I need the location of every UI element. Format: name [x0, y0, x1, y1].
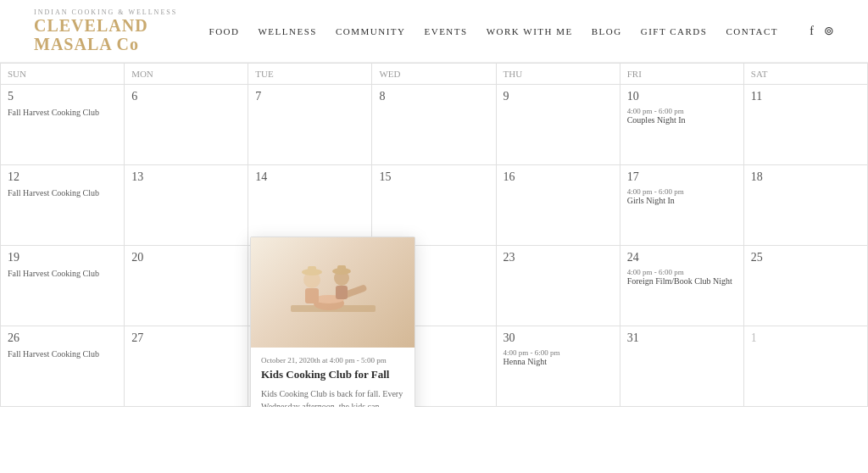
day-number: 8: [379, 90, 488, 103]
calendar-wrapper: SUNMONTUEWEDTHUFRISAT 5Fall Harvest Cook…: [0, 63, 868, 407]
event-time: 4:00 pm - 6:00 pm: [627, 187, 737, 196]
day-number: 13: [131, 170, 241, 184]
event-time: 4:00 pm - 6:00 pm: [627, 268, 737, 276]
dow-header-mon: MON: [125, 64, 248, 85]
calendar-day[interactable]: 25: [743, 246, 867, 326]
day-number: 1: [751, 331, 860, 345]
popup-image: [251, 237, 415, 348]
day-number: 7: [255, 90, 364, 103]
dow-header-sat: SAT: [743, 64, 867, 85]
calendar-day[interactable]: 20: [125, 246, 248, 326]
event-block[interactable]: Fall Harvest Cooking Club: [8, 187, 117, 198]
calendar-day[interactable]: 6: [125, 85, 248, 165]
popup-date: October 21, 2020th at 4:00 pm - 5:00 pm: [261, 356, 404, 364]
calendar-day[interactable]: 11: [743, 85, 867, 165]
popup-title[interactable]: Kids Cooking Club for Fall: [261, 368, 404, 382]
event-name: Girls Night In: [627, 196, 737, 205]
event-block[interactable]: 4:00 pm - 6:00 pmGirls Night In: [627, 187, 737, 205]
calendar-table: SUNMONTUEWEDTHUFRISAT 5Fall Harvest Cook…: [0, 63, 868, 407]
calendar-day[interactable]: 19Fall Harvest Cooking Club: [1, 246, 125, 326]
calendar-day[interactable]: 13: [125, 165, 248, 246]
event-time: 4:00 pm - 6:00 pm: [627, 107, 737, 115]
day-number: 6: [131, 90, 241, 103]
event-block[interactable]: Fall Harvest Cooking Club: [8, 268, 117, 279]
day-number: 17: [627, 170, 737, 184]
svg-rect-7: [336, 286, 348, 299]
nav-link-blog[interactable]: BLOG: [592, 26, 622, 36]
day-number: 24: [627, 251, 737, 264]
calendar-day[interactable]: 18: [743, 165, 867, 246]
popup-image-svg: [282, 254, 384, 331]
event-label: Fall Harvest Cooking Club: [8, 187, 117, 198]
day-number: 31: [627, 331, 737, 345]
day-number: 12: [8, 170, 117, 184]
event-block[interactable]: 4:00 pm - 6:00 pmForeign Film/Book Club …: [627, 268, 737, 286]
calendar-day[interactable]: 16: [496, 165, 620, 246]
calendar-day[interactable]: 9: [496, 85, 620, 165]
event-label: Fall Harvest Cooking Club: [8, 268, 117, 279]
event-block[interactable]: 4:00 pm - 6:00 pmHenna Night: [504, 348, 613, 366]
dow-header-fri: FRI: [620, 64, 743, 85]
day-number: 11: [751, 90, 860, 103]
day-number: 5: [8, 90, 117, 103]
calendar-day[interactable]: 8: [372, 85, 496, 165]
svg-rect-9: [308, 266, 316, 273]
logo[interactable]: Indian Cooking & Wellness CLEVELAND MASA…: [34, 8, 177, 53]
event-label: Fall Harvest Cooking Club: [8, 107, 117, 118]
calendar-day[interactable]: 27: [125, 326, 248, 407]
popup-description: Kids Cooking Club is back for fall. Ever…: [261, 387, 404, 407]
day-number: 23: [504, 251, 613, 264]
calendar-week-1: 12Fall Harvest Cooking Club13141516174:0…: [1, 165, 868, 246]
day-number: 26: [8, 331, 117, 345]
day-number: 20: [131, 251, 241, 264]
calendar-day[interactable]: 104:00 pm - 6:00 pmCouples Night In: [620, 85, 743, 165]
event-block[interactable]: Fall Harvest Cooking Club: [8, 348, 117, 359]
calendar-day[interactable]: 7: [248, 85, 372, 165]
calendar-week-3: 26Fall Harvest Cooking Club272829304:00 …: [1, 326, 868, 407]
calendar-day[interactable]: 14: [248, 165, 372, 246]
event-time: 4:00 pm - 6:00 pm: [504, 348, 613, 357]
nav-link-food[interactable]: FOOD: [209, 26, 240, 36]
nav-link-gift-cards[interactable]: GIFT CARDS: [641, 26, 708, 36]
instagram-icon[interactable]: ⊚: [824, 24, 834, 38]
day-number: 16: [504, 170, 613, 184]
day-number: 25: [751, 251, 860, 264]
event-name: Foreign Film/Book Club Night: [627, 276, 737, 286]
calendar-day[interactable]: 12Fall Harvest Cooking Club: [1, 165, 125, 246]
day-number: 15: [379, 170, 488, 184]
day-number: 9: [504, 90, 613, 103]
day-number: 10: [627, 90, 737, 103]
calendar-day[interactable]: 174:00 pm - 6:00 pmGirls Night In: [620, 165, 743, 246]
logo-tagline: Indian Cooking & Wellness: [34, 8, 177, 16]
event-name: Couples Night In: [627, 115, 737, 125]
nav-link-wellness[interactable]: WELLNESS: [258, 26, 316, 36]
dow-header-wed: WED: [372, 64, 496, 85]
calendar-week-0: 5Fall Harvest Cooking Club6789104:00 pm …: [1, 85, 868, 165]
calendar-day[interactable]: 26Fall Harvest Cooking Club: [1, 326, 125, 407]
day-number: 19: [8, 251, 117, 264]
nav-link-contact[interactable]: CONTACT: [726, 26, 778, 36]
calendar-day[interactable]: 31: [620, 326, 743, 407]
svg-rect-11: [337, 265, 346, 272]
dow-header-sun: SUN: [1, 64, 125, 85]
day-number: 27: [131, 331, 241, 345]
popup-body: October 21, 2020th at 4:00 pm - 5:00 pm …: [251, 348, 415, 407]
calendar-day[interactable]: 23: [496, 246, 620, 326]
nav-links: FOODWELLNESSCOMMUNITYEVENTSWORK WITH MEB…: [209, 26, 778, 36]
event-label: Fall Harvest Cooking Club: [8, 348, 117, 359]
event-popup: October 21, 2020th at 4:00 pm - 5:00 pm …: [250, 236, 415, 407]
calendar-day[interactable]: 1: [743, 326, 867, 407]
facebook-icon[interactable]: f: [810, 25, 814, 38]
event-block[interactable]: Fall Harvest Cooking Club: [8, 107, 117, 118]
nav-link-work-with-me[interactable]: WORK WITH ME: [487, 26, 573, 36]
event-block[interactable]: 4:00 pm - 6:00 pmCouples Night In: [627, 107, 737, 125]
event-name: Henna Night: [504, 357, 613, 366]
calendar-day[interactable]: 15: [372, 165, 496, 246]
nav-link-events[interactable]: EVENTS: [424, 26, 467, 36]
day-number: 18: [751, 170, 860, 184]
nav-link-community[interactable]: COMMUNITY: [336, 26, 406, 36]
calendar-day[interactable]: 5Fall Harvest Cooking Club: [1, 85, 125, 165]
calendar-day[interactable]: 244:00 pm - 6:00 pmForeign Film/Book Clu…: [620, 246, 743, 326]
dow-header-thu: THU: [496, 64, 620, 85]
calendar-day[interactable]: 304:00 pm - 6:00 pmHenna Night: [496, 326, 620, 407]
